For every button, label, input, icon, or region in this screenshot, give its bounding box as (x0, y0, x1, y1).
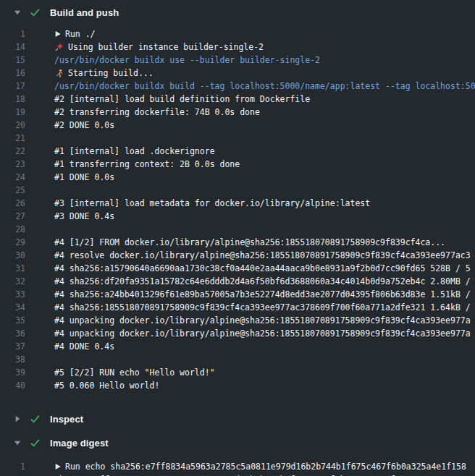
line-text: #2 DONE 0.0s (54, 119, 114, 132)
line-text: #4 sha256:df20fa9351a15782c64e6dddb2d4a6… (54, 275, 471, 288)
line-number[interactable]: 14 (0, 41, 25, 54)
line-number[interactable]: 38 (0, 353, 25, 366)
section-header-inspect[interactable]: Inspect (0, 408, 475, 430)
section-build-and-push: Build and push 1Run ./14Using builder in… (0, 1, 475, 408)
line-number[interactable]: 26 (0, 197, 25, 210)
log-line: 4sha256:e7ff8834a5963a2785c5a0811e979d16… (0, 473, 475, 476)
line-text: #1 DONE 0.0s (54, 171, 114, 184)
line-text: #4 [1/2] FROM docker.io/library/alpine@s… (54, 236, 445, 249)
section-image-digest: Image digest 1Run echo sha256:e7ff8834a5… (0, 432, 475, 476)
line-number[interactable]: 15 (0, 54, 25, 67)
line-number[interactable]: 18 (0, 93, 25, 106)
log-line: 23#1 transferring context: 2B 0.0s done (0, 158, 475, 171)
line-text: #3 [internal] load metadata for docker.i… (54, 197, 370, 210)
line-text: #2 transferring dockerfile: 74B 0.0s don… (54, 106, 260, 119)
line-text: #5 [2/2] RUN echo "Hello world!" (54, 366, 215, 379)
log-line: 25 (0, 184, 475, 197)
line-number[interactable]: 24 (0, 171, 25, 184)
section-title: Build and push (50, 7, 119, 18)
line-number[interactable]: 37 (0, 340, 25, 353)
line-number[interactable]: 1 (0, 27, 25, 41)
log-line: 40#5 0.060 Hello world! (0, 379, 475, 392)
line-number[interactable]: 33 (0, 288, 25, 301)
line-text: #4 unpacking docker.io/library/alpine@sh… (54, 327, 471, 340)
line-text: #4 sha256:a24bb4013296f61e89ba57005a7b3e… (54, 288, 471, 301)
runner-icon (54, 69, 64, 78)
log-line: 21 (0, 132, 475, 145)
log-line: 24#1 DONE 0.0s (0, 171, 475, 184)
section-header-image-digest[interactable]: Image digest (0, 432, 475, 454)
log-line: 34#4 sha256:185518070891758909c9f839cf4c… (0, 301, 475, 314)
run-arrow-icon (54, 30, 61, 38)
log-line: 20#2 DONE 0.0s (0, 119, 475, 132)
line-text: #3 DONE 0.4s (54, 210, 114, 223)
log-line: 26#3 [internal] load metadata for docker… (0, 197, 475, 210)
line-text: Starting build... (54, 67, 154, 80)
line-text: #4 sha256:185518070891758909c9f839cf4ca3… (54, 301, 471, 314)
log-line: 22#1 [internal] load .dockerignore (0, 145, 475, 158)
line-number[interactable]: 1 (0, 460, 25, 473)
log-line: 18#2 [internal] load build definition fr… (0, 93, 475, 106)
log-line: 29#4 [1/2] FROM docker.io/library/alpine… (0, 236, 475, 249)
chevron-right-icon (14, 415, 21, 422)
log-line: 16Starting build... (0, 67, 475, 80)
line-text: #1 transferring context: 2B 0.0s done (54, 158, 240, 171)
line-number[interactable]: 40 (0, 379, 25, 392)
line-number[interactable]: 32 (0, 275, 25, 288)
line-number[interactable]: 31 (0, 262, 25, 275)
line-number[interactable]: 29 (0, 236, 25, 249)
check-success-icon (30, 7, 41, 18)
line-number[interactable]: 28 (0, 223, 25, 236)
line-number[interactable]: 36 (0, 327, 25, 340)
log-line: 30#4 resolve docker.io/library/alpine@sh… (0, 249, 475, 262)
section-content-image-digest: 1Run echo sha256:e7ff8834a5963a2785c5a08… (0, 454, 475, 476)
check-success-icon (30, 438, 41, 449)
line-number[interactable]: 21 (0, 132, 25, 145)
line-number[interactable]: 39 (0, 366, 25, 379)
log-line: 27#3 DONE 0.4s (0, 210, 475, 223)
line-text: #2 [internal] load build definition from… (54, 93, 310, 106)
line-number[interactable]: 19 (0, 106, 25, 119)
line-text: Run ./ (54, 27, 96, 41)
line-number[interactable]: 34 (0, 301, 25, 314)
line-number[interactable]: 16 (0, 67, 25, 80)
line-text: #4 DONE 0.4s (54, 340, 114, 353)
line-text: sha256:e7ff8834a5963a2785c5a0811e979d16b… (54, 473, 411, 476)
line-number[interactable]: 27 (0, 210, 25, 223)
section-title: Image digest (50, 438, 109, 449)
line-text: #4 unpacking docker.io/library/alpine@sh… (54, 314, 471, 327)
actions-log-viewer: Build and push 1Run ./14Using builder in… (0, 0, 475, 476)
line-number[interactable]: 4 (0, 473, 25, 476)
line-number[interactable]: 25 (0, 184, 25, 197)
section-title: Inspect (50, 414, 83, 425)
run-arrow-icon (54, 463, 61, 470)
chevron-down-icon (14, 9, 21, 16)
log-line: 35#4 unpacking docker.io/library/alpine@… (0, 314, 475, 327)
log-line: 32#4 sha256:df20fa9351a15782c64e6dddb2d4… (0, 275, 475, 288)
line-text: /usr/bin/docker buildx build --tag local… (54, 80, 475, 93)
line-number[interactable]: 22 (0, 145, 25, 158)
line-text: #4 resolve docker.io/library/alpine@sha2… (54, 249, 471, 262)
section-header-build-and-push[interactable]: Build and push (0, 1, 475, 23)
log-line: 38 (0, 353, 475, 366)
pushpin-icon (54, 43, 64, 52)
log-line: 17/usr/bin/docker buildx build --tag loc… (0, 80, 475, 93)
line-number[interactable]: 17 (0, 80, 25, 93)
line-text: Using builder instance builder-single-2 (54, 41, 264, 54)
line-number[interactable]: 35 (0, 314, 25, 327)
section-inspect: Inspect (0, 408, 475, 430)
line-number[interactable]: 23 (0, 158, 25, 171)
log-line: 28 (0, 223, 475, 236)
line-text: Run echo sha256:e7ff8834a5963a2785c5a081… (54, 460, 466, 473)
line-number[interactable]: 30 (0, 249, 25, 262)
check-success-icon (30, 414, 41, 425)
line-text: /usr/bin/docker buildx use --builder bui… (54, 54, 320, 67)
line-number[interactable]: 20 (0, 119, 25, 132)
section-content-build-and-push: 1Run ./14Using builder instance builder-… (0, 23, 475, 408)
line-text: #5 0.060 Hello world! (54, 379, 159, 392)
chevron-down-icon (14, 439, 21, 446)
log-line: 14Using builder instance builder-single-… (0, 41, 475, 54)
log-line: 33#4 sha256:a24bb4013296f61e89ba57005a7b… (0, 288, 475, 301)
log-line: 37#4 DONE 0.4s (0, 340, 475, 353)
log-line: 39#5 [2/2] RUN echo "Hello world!" (0, 366, 475, 379)
